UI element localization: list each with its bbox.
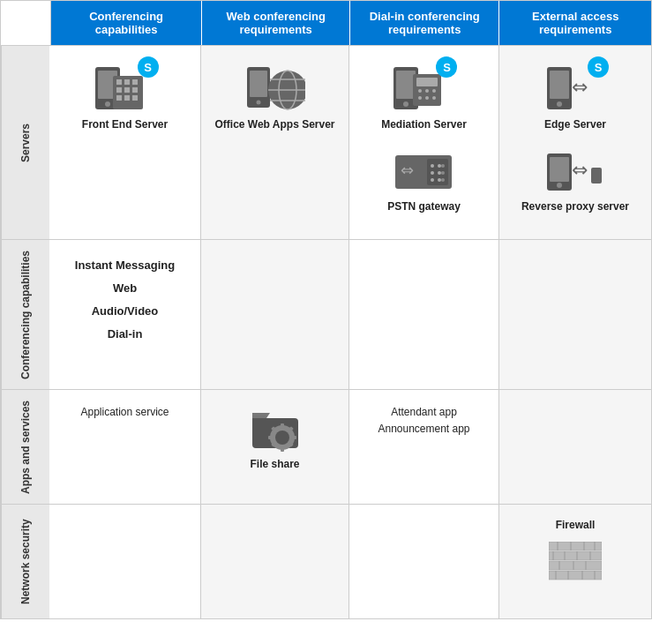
svg-point-54 [275, 431, 289, 445]
network-cols: Firewall [49, 505, 651, 618]
svg-point-26 [418, 89, 422, 93]
svg-rect-14 [250, 71, 267, 97]
col3-servers: S Mediation Server ⇔ [381, 60, 467, 213]
svg-rect-58 [291, 436, 296, 439]
svg-rect-5 [124, 79, 130, 85]
svg-point-42 [438, 178, 441, 182]
attendant-app-label: Attendant appAnnouncement app [378, 404, 469, 438]
svg-point-27 [425, 89, 429, 93]
svg-point-2 [105, 101, 110, 107]
file-share-icon [249, 404, 302, 453]
cap-col3 [349, 240, 499, 389]
header-col3: Dial-in conferencing requirements [350, 1, 500, 45]
svg-rect-63 [549, 542, 602, 550]
svg-rect-7 [116, 87, 122, 93]
capabilities-row: Conferencing capabilities Instant Messag… [1, 239, 651, 389]
skype-badge: S [138, 56, 159, 78]
network-row: Network security Firewall [1, 504, 651, 618]
servers-col1: S Front End Server [49, 46, 201, 239]
net-col1 [49, 505, 201, 618]
svg-point-29 [418, 96, 422, 100]
header-col1: Conferencing capabilities [51, 1, 203, 45]
edge-server-label: Edge Server [544, 118, 606, 132]
svg-point-36 [438, 164, 441, 168]
header-col4: External access requirements [499, 1, 651, 45]
svg-text:⇔: ⇔ [572, 76, 588, 98]
apps-cols: Application service [49, 390, 651, 504]
header-row: Conferencing capabilities Web conferenci… [1, 1, 651, 45]
header-col2: Web conferencing requirements [202, 1, 350, 45]
cap-list: Instant MessagingWebAudio/VideoDial-in [75, 254, 175, 346]
app-service-label: Application service [80, 404, 169, 421]
header-empty [1, 1, 51, 45]
svg-point-28 [432, 89, 436, 93]
svg-rect-68 [549, 551, 602, 560]
servers-col3: S Mediation Server ⇔ [349, 46, 499, 239]
net-col2 [201, 505, 349, 618]
svg-rect-25 [416, 78, 438, 86]
svg-point-38 [431, 171, 434, 175]
servers-col2: Office Web Apps Server [201, 46, 349, 239]
svg-text:⇔: ⇔ [572, 159, 588, 181]
servers-label: Servers [1, 46, 49, 239]
svg-point-40 [441, 171, 445, 175]
svg-rect-45 [550, 71, 569, 99]
svg-rect-22 [396, 71, 416, 99]
svg-point-31 [432, 96, 436, 100]
capabilities-label: Conferencing capabilities [1, 240, 49, 389]
svg-rect-55 [281, 423, 284, 429]
svg-rect-10 [116, 95, 122, 101]
svg-rect-34 [427, 159, 448, 185]
office-web-apps-icon [245, 60, 305, 113]
network-label: Network security [1, 505, 49, 618]
edge-server-item: ⇔ S Edge Server [544, 60, 606, 132]
svg-rect-56 [281, 446, 284, 452]
svg-rect-11 [124, 95, 130, 101]
apps-row: Apps and services Application service [1, 389, 651, 504]
servers-row: Servers [1, 45, 651, 239]
svg-rect-9 [132, 87, 138, 93]
edge-skype-badge: S [588, 56, 609, 78]
front-end-server-label: Front End Server [82, 118, 168, 132]
cap-col1: Instant MessagingWebAudio/VideoDial-in [49, 240, 201, 389]
apps-col1: Application service [49, 390, 201, 504]
apps-col4 [499, 390, 651, 504]
svg-rect-6 [132, 79, 138, 85]
svg-point-43 [441, 178, 445, 182]
svg-point-46 [557, 101, 562, 107]
servers-cols: S Front End Server [49, 46, 651, 239]
office-web-apps-label: Office Web Apps Server [214, 118, 334, 132]
svg-rect-73 [549, 561, 602, 570]
svg-point-23 [403, 101, 408, 107]
firewall-label: Firewall [556, 519, 596, 533]
net-col3 [349, 505, 499, 618]
apps-col2: File share [201, 390, 349, 504]
pstn-gateway-item: ⇔ [387, 146, 461, 214]
svg-point-35 [431, 164, 434, 168]
edge-server-icon: ⇔ S [545, 60, 605, 113]
mediation-server-icon: S [393, 60, 453, 113]
apps-label: Apps and services [1, 390, 49, 504]
reverse-proxy-icon: ⇔ [545, 146, 605, 195]
firewall-icon [549, 542, 602, 586]
apps-col3: Attendant appAnnouncement app [349, 390, 499, 504]
servers-col4: ⇔ S Edge Server [499, 46, 651, 239]
file-share-label: File share [250, 458, 299, 472]
cap-col2 [201, 240, 349, 389]
svg-point-39 [438, 171, 441, 175]
svg-point-41 [431, 178, 434, 182]
pstn-gateway-icon: ⇔ [393, 146, 453, 195]
mediation-server-item: S Mediation Server [381, 60, 467, 132]
reverse-proxy-item: ⇔ Reverse proxy server [521, 146, 629, 214]
svg-rect-77 [549, 571, 602, 580]
svg-rect-12 [132, 95, 138, 101]
col4-servers: ⇔ S Edge Server [521, 60, 629, 213]
svg-rect-4 [116, 79, 122, 85]
net-col4: Firewall [499, 505, 651, 618]
svg-point-15 [256, 101, 260, 105]
front-end-server-icon: S [95, 60, 155, 113]
svg-point-30 [425, 96, 429, 100]
svg-point-37 [441, 164, 445, 168]
reverse-proxy-label: Reverse proxy server [521, 200, 629, 214]
cap-col4 [499, 240, 651, 389]
